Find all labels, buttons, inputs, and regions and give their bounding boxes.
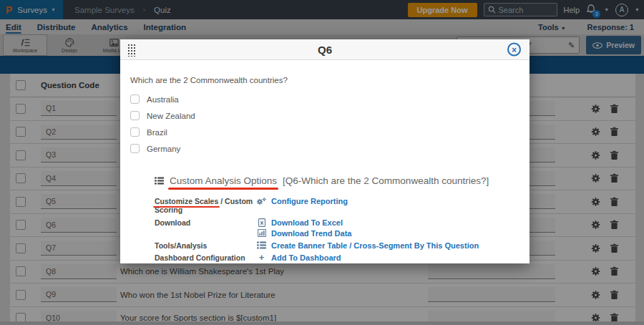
link-add-to-dashboard[interactable]: + Add To Dashboard [256, 253, 341, 262]
answer-option-germany: Germany [130, 140, 519, 157]
answer-option-brazil: Brazil [130, 124, 519, 140]
answer-options: Australia New Zealand Brazil Germany [130, 91, 519, 157]
analysis-row: Dashboard Configuration + Add To Dashboa… [155, 253, 519, 262]
analysis-category-label: Customize Scales / Custom Scoring [155, 197, 256, 215]
excel-icon [256, 218, 267, 227]
question-dialog: Q6 × Which are the 2 Commonwealth countr… [120, 39, 530, 263]
analysis-groups: Customize Scales / Custom Scoring Config… [155, 197, 519, 263]
list-icon [155, 177, 164, 185]
analysis-category-label: Tools/Analysis [155, 241, 256, 250]
option-checkbox[interactable] [130, 94, 140, 104]
dialog-header: Q6 × [120, 39, 530, 60]
link-download-to-excel[interactable]: Download To Excel [256, 218, 351, 227]
custom-analysis-section: Custom Analysis Options [Q6-Which are th… [130, 175, 519, 263]
analysis-row: Tools/Analysis Create Banner Table / Cro… [155, 241, 519, 250]
red-annotated-label: Customize Scales [155, 197, 218, 205]
dialog-title: Q6 [318, 44, 332, 56]
red-annotation-underline [168, 188, 278, 190]
analysis-category-label: Dashboard Configuration [155, 253, 256, 262]
analysis-heading-ref: [Q6-Which are the 2 Commonwealth countri… [283, 175, 489, 186]
question-text: Which are the 2 Commonwealth countries? [130, 76, 519, 84]
analysis-category-label: Download [155, 218, 256, 227]
drag-handle-icon[interactable] [127, 44, 135, 57]
analysis-heading: Custom Analysis Options [Q6-Which are th… [155, 175, 519, 186]
analysis-links: Configure Reporting [256, 197, 348, 205]
analysis-links: Create Banner Table / Cross-Segment By T… [256, 241, 479, 250]
option-checkbox[interactable] [130, 111, 140, 120]
link-configure-reporting[interactable]: Configure Reporting [256, 197, 348, 205]
option-checkbox[interactable] [130, 144, 140, 153]
plus-icon: + [256, 254, 267, 261]
banner-list-icon [256, 241, 267, 249]
answer-option-new-zealand: New Zealand [130, 107, 519, 124]
option-label: Brazil [147, 128, 167, 137]
option-label: New Zealand [147, 112, 195, 120]
analysis-links: + Add To Dashboard [256, 253, 341, 262]
close-icon[interactable]: × [507, 43, 521, 57]
analysis-links: Download To Excel Download Trend Data [256, 218, 351, 238]
option-label: Australia [147, 95, 179, 104]
answer-option-australia: Australia [130, 91, 519, 107]
red-annotation-underline [153, 206, 220, 208]
option-label: Germany [147, 145, 180, 153]
analysis-row: Customize Scales / Custom Scoring Config… [155, 197, 519, 215]
link-create-banner-table-cross-segment-by-this-question[interactable]: Create Banner Table / Cross-Segment By T… [256, 241, 479, 250]
analysis-heading-title: Custom Analysis Options [170, 175, 277, 186]
option-checkbox[interactable] [130, 127, 140, 137]
link-download-trend-data[interactable]: Download Trend Data [256, 229, 351, 238]
gears-icon [256, 197, 267, 205]
analysis-row: Download Download To Excel Download Tren… [155, 218, 519, 238]
trend-chart-icon [256, 229, 267, 237]
